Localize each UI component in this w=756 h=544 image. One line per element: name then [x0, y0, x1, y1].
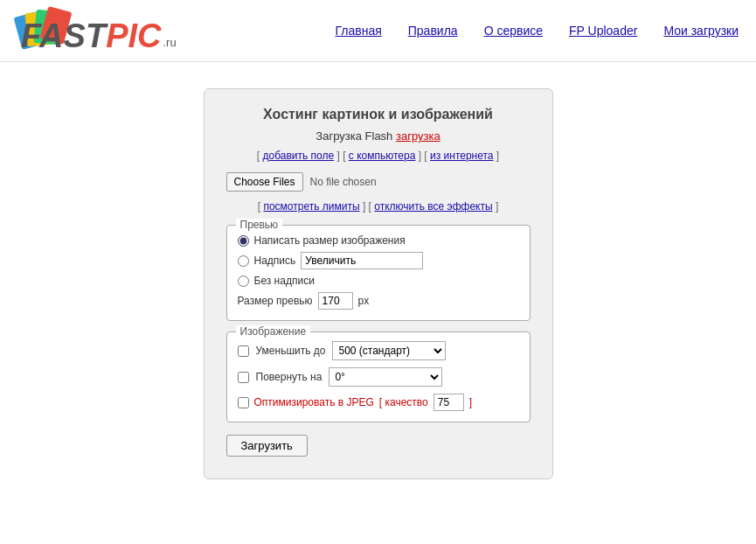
- preview-px-unit: px: [358, 295, 370, 307]
- logo-fast-text: FAST: [21, 19, 106, 52]
- limits-link[interactable]: посмотреть лимиты: [263, 200, 359, 213]
- optimize-label[interactable]: Оптимизировать в JPEG: [254, 396, 374, 408]
- rotate-row: Повернуть на 0° 90° 180° 270°: [238, 367, 519, 387]
- no-file-label: No file chosen: [310, 176, 377, 188]
- preview-size-label: Размер превью: [238, 295, 313, 307]
- resize-label[interactable]: Уменьшить до: [256, 345, 326, 357]
- preview-size-input[interactable]: [318, 292, 353, 310]
- limits-row: [ посмотреть лимиты ] [ отключить все эф…: [226, 200, 531, 213]
- subtitle-label: Загрузка: [316, 129, 362, 143]
- add-field-link[interactable]: добавить поле: [262, 150, 334, 162]
- resize-row: Уменьшить до 500 (стандарт) 320 640 800 …: [238, 341, 519, 360]
- rotate-checkbox[interactable]: [238, 372, 249, 383]
- resize-select-container: 500 (стандарт) 320 640 800 1024 Не умень…: [332, 341, 446, 360]
- nav-rules[interactable]: Правила: [408, 24, 458, 38]
- main-content: Хостинг картинок и изображений Загрузка …: [0, 62, 756, 506]
- preview-section: Превью Написать размер изображения Надпи…: [226, 225, 531, 321]
- nav-home[interactable]: Главная: [335, 24, 381, 38]
- logo: FAST PIC .ru: [17, 9, 175, 52]
- upload-box: Хостинг картинок и изображений Загрузка …: [204, 88, 553, 479]
- upload-subtitle: Загрузка Flash загрузка: [226, 129, 531, 143]
- submit-row: Загрузить: [226, 435, 531, 457]
- preview-option1-radio[interactable]: [238, 235, 249, 247]
- preview-option3-label[interactable]: Без надписи: [254, 275, 315, 287]
- preview-option1-row: Написать размер изображения: [238, 234, 519, 247]
- submit-button[interactable]: Загрузить: [226, 435, 308, 457]
- subtitle-flash-link[interactable]: загрузка: [396, 129, 440, 143]
- preview-option3-radio[interactable]: [238, 275, 249, 287]
- logo-ru-text: .ru: [163, 36, 176, 49]
- choose-files-button[interactable]: Choose Files: [226, 172, 303, 192]
- nav-my-uploads[interactable]: Мои загрузки: [663, 24, 739, 38]
- header: FAST PIC .ru Главная Правила О сервисе F…: [0, 0, 756, 62]
- preview-option1-label[interactable]: Написать размер изображения: [254, 234, 406, 247]
- upload-links: [ добавить поле ] [ с компьютера ] [ из …: [226, 150, 531, 162]
- from-internet-link[interactable]: из интернета: [430, 150, 494, 162]
- quality-input[interactable]: [433, 394, 464, 411]
- preview-legend: Превью: [236, 219, 283, 231]
- upload-title: Хостинг картинок и изображений: [226, 107, 531, 122]
- disable-effects-link[interactable]: отключить все эффекты: [374, 200, 492, 213]
- image-section: Изображение Уменьшить до 500 (стандарт) …: [226, 331, 531, 422]
- preview-option2-radio[interactable]: [238, 255, 249, 267]
- preview-option2-row: Надпись: [238, 252, 519, 269]
- subtitle-flash: Flash: [365, 129, 393, 143]
- resize-select[interactable]: 500 (стандарт) 320 640 800 1024 Не умень…: [332, 341, 446, 360]
- quality-bracket-open: [ качество: [379, 396, 428, 408]
- preview-caption-input[interactable]: [301, 252, 423, 269]
- quality-bracket-close: ]: [469, 396, 472, 408]
- from-computer-link[interactable]: с компьютера: [349, 150, 416, 162]
- logo-pic-text: PIC: [106, 19, 161, 52]
- image-legend: Изображение: [236, 325, 311, 338]
- optimize-row: Оптимизировать в JPEG [ качество ]: [238, 394, 519, 411]
- preview-size-row: Размер превью px: [238, 292, 519, 310]
- nav-about[interactable]: О сервисе: [484, 24, 543, 38]
- optimize-checkbox[interactable]: [238, 397, 249, 408]
- preview-option2-label[interactable]: Надпись: [254, 255, 296, 267]
- nav-uploader[interactable]: FP Uploader: [569, 24, 637, 38]
- preview-option3-row: Без надписи: [238, 275, 519, 287]
- resize-checkbox[interactable]: [238, 345, 249, 357]
- rotate-label[interactable]: Повернуть на: [256, 371, 323, 383]
- rotate-select[interactable]: 0° 90° 180° 270°: [329, 367, 442, 387]
- file-input-row: Choose Files No file chosen: [226, 172, 531, 192]
- main-nav: Главная Правила О сервисе FP Uploader Мо…: [175, 24, 739, 38]
